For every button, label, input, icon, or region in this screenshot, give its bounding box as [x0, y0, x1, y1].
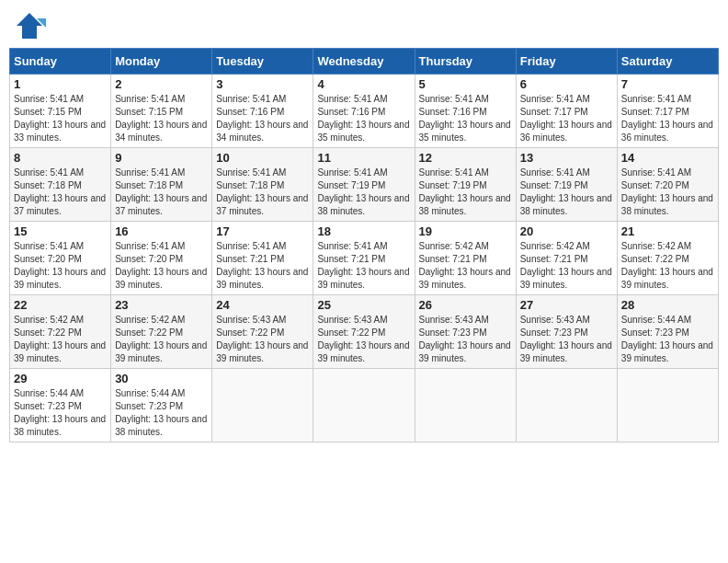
calendar-cell: 29Sunrise: 5:44 AMSunset: 7:23 PMDayligh…: [10, 369, 111, 442]
day-number: 28: [621, 298, 714, 312]
day-info: Sunrise: 5:41 AMSunset: 7:17 PMDaylight:…: [621, 93, 714, 144]
day-number: 2: [115, 77, 208, 91]
calendar-cell: 30Sunrise: 5:44 AMSunset: 7:23 PMDayligh…: [111, 369, 212, 442]
day-number: 29: [14, 372, 107, 385]
calendar-cell: 5Sunrise: 5:41 AMSunset: 7:16 PMDaylight…: [415, 75, 516, 148]
day-number: 21: [621, 224, 714, 238]
day-number: 30: [115, 372, 208, 385]
day-number: 1: [14, 77, 107, 91]
day-info: Sunrise: 5:41 AMSunset: 7:17 PMDaylight:…: [520, 93, 613, 144]
calendar-cell: 3Sunrise: 5:41 AMSunset: 7:16 PMDaylight…: [212, 75, 313, 148]
day-number: 25: [317, 298, 410, 312]
calendar-week-1: 1Sunrise: 5:41 AMSunset: 7:15 PMDaylight…: [10, 75, 719, 148]
calendar-cell: 15Sunrise: 5:41 AMSunset: 7:20 PMDayligh…: [10, 222, 111, 295]
day-info: Sunrise: 5:44 AMSunset: 7:23 PMDaylight:…: [115, 387, 208, 439]
day-number: 5: [419, 77, 512, 91]
day-number: 6: [520, 77, 613, 91]
calendar-cell: 25Sunrise: 5:43 AMSunset: 7:22 PMDayligh…: [313, 295, 415, 369]
day-info: Sunrise: 5:42 AMSunset: 7:22 PMDaylight:…: [14, 314, 107, 365]
calendar-cell: [313, 369, 415, 442]
calendar-cell: 19Sunrise: 5:42 AMSunset: 7:21 PMDayligh…: [415, 222, 516, 295]
calendar-cell: [415, 369, 516, 442]
calendar-cell: 6Sunrise: 5:41 AMSunset: 7:17 PMDaylight…: [516, 75, 617, 148]
calendar-cell: 12Sunrise: 5:41 AMSunset: 7:19 PMDayligh…: [415, 148, 516, 222]
calendar-body: 1Sunrise: 5:41 AMSunset: 7:15 PMDaylight…: [10, 75, 719, 442]
day-info: Sunrise: 5:41 AMSunset: 7:16 PMDaylight:…: [317, 93, 410, 144]
day-info: Sunrise: 5:43 AMSunset: 7:23 PMDaylight:…: [520, 314, 613, 365]
day-number: 4: [317, 77, 410, 91]
day-info: Sunrise: 5:41 AMSunset: 7:19 PMDaylight:…: [520, 167, 613, 218]
day-number: 17: [216, 224, 309, 238]
page-header: [9, 9, 719, 42]
calendar-week-4: 22Sunrise: 5:42 AMSunset: 7:22 PMDayligh…: [10, 295, 719, 369]
calendar-cell: 14Sunrise: 5:41 AMSunset: 7:20 PMDayligh…: [617, 148, 718, 222]
day-info: Sunrise: 5:41 AMSunset: 7:19 PMDaylight:…: [317, 167, 410, 218]
calendar-cell: 7Sunrise: 5:41 AMSunset: 7:17 PMDaylight…: [617, 75, 718, 148]
day-info: Sunrise: 5:41 AMSunset: 7:18 PMDaylight:…: [14, 167, 107, 218]
calendar-cell: 4Sunrise: 5:41 AMSunset: 7:16 PMDaylight…: [313, 75, 415, 148]
day-number: 16: [115, 224, 208, 238]
calendar-cell: 10Sunrise: 5:41 AMSunset: 7:18 PMDayligh…: [212, 148, 313, 222]
day-info: Sunrise: 5:41 AMSunset: 7:19 PMDaylight:…: [419, 167, 512, 218]
day-info: Sunrise: 5:41 AMSunset: 7:15 PMDaylight:…: [115, 93, 208, 144]
day-info: Sunrise: 5:43 AMSunset: 7:22 PMDaylight:…: [216, 314, 309, 365]
calendar-cell: 13Sunrise: 5:41 AMSunset: 7:19 PMDayligh…: [516, 148, 617, 222]
calendar-cell: 22Sunrise: 5:42 AMSunset: 7:22 PMDayligh…: [10, 295, 111, 369]
day-info: Sunrise: 5:44 AMSunset: 7:23 PMDaylight:…: [621, 314, 714, 365]
calendar-cell: 18Sunrise: 5:41 AMSunset: 7:21 PMDayligh…: [313, 222, 415, 295]
calendar-table: SundayMondayTuesdayWednesdayThursdayFrid…: [9, 48, 719, 442]
weekday-tuesday: Tuesday: [212, 49, 313, 75]
logo: [13, 9, 50, 42]
day-number: 14: [621, 151, 714, 165]
day-number: 22: [14, 298, 107, 312]
calendar-cell: 20Sunrise: 5:42 AMSunset: 7:21 PMDayligh…: [516, 222, 617, 295]
calendar-cell: 17Sunrise: 5:41 AMSunset: 7:21 PMDayligh…: [212, 222, 313, 295]
day-info: Sunrise: 5:41 AMSunset: 7:21 PMDaylight:…: [216, 240, 309, 292]
day-number: 26: [419, 298, 512, 312]
day-info: Sunrise: 5:43 AMSunset: 7:23 PMDaylight:…: [419, 314, 512, 365]
day-number: 27: [520, 298, 613, 312]
weekday-friday: Friday: [516, 49, 617, 75]
calendar-cell: [212, 369, 313, 442]
day-info: Sunrise: 5:41 AMSunset: 7:21 PMDaylight:…: [317, 240, 410, 292]
calendar-cell: 8Sunrise: 5:41 AMSunset: 7:18 PMDaylight…: [10, 148, 111, 222]
day-info: Sunrise: 5:42 AMSunset: 7:21 PMDaylight:…: [419, 240, 512, 292]
day-number: 20: [520, 224, 613, 238]
day-number: 9: [115, 151, 208, 165]
day-number: 7: [621, 77, 714, 91]
calendar-cell: 2Sunrise: 5:41 AMSunset: 7:15 PMDaylight…: [111, 75, 212, 148]
day-number: 24: [216, 298, 309, 312]
weekday-header-row: SundayMondayTuesdayWednesdayThursdayFrid…: [10, 49, 719, 75]
day-number: 15: [14, 224, 107, 238]
day-number: 19: [419, 224, 512, 238]
weekday-thursday: Thursday: [415, 49, 516, 75]
day-number: 13: [520, 151, 613, 165]
calendar-week-5: 29Sunrise: 5:44 AMSunset: 7:23 PMDayligh…: [10, 369, 719, 442]
calendar-cell: 23Sunrise: 5:42 AMSunset: 7:22 PMDayligh…: [111, 295, 212, 369]
svg-marker-0: [17, 13, 42, 39]
calendar-cell: 27Sunrise: 5:43 AMSunset: 7:23 PMDayligh…: [516, 295, 617, 369]
weekday-monday: Monday: [111, 49, 212, 75]
calendar-week-2: 8Sunrise: 5:41 AMSunset: 7:18 PMDaylight…: [10, 148, 719, 222]
day-info: Sunrise: 5:41 AMSunset: 7:18 PMDaylight:…: [115, 167, 208, 218]
calendar-cell: 24Sunrise: 5:43 AMSunset: 7:22 PMDayligh…: [212, 295, 313, 369]
day-info: Sunrise: 5:41 AMSunset: 7:20 PMDaylight:…: [115, 240, 208, 292]
calendar-cell: 1Sunrise: 5:41 AMSunset: 7:15 PMDaylight…: [10, 75, 111, 148]
day-number: 23: [115, 298, 208, 312]
day-info: Sunrise: 5:41 AMSunset: 7:15 PMDaylight:…: [14, 93, 107, 144]
day-number: 18: [317, 224, 410, 238]
day-number: 3: [216, 77, 309, 91]
day-number: 11: [317, 151, 410, 165]
day-number: 10: [216, 151, 309, 165]
calendar-cell: 16Sunrise: 5:41 AMSunset: 7:20 PMDayligh…: [111, 222, 212, 295]
calendar-cell: 11Sunrise: 5:41 AMSunset: 7:19 PMDayligh…: [313, 148, 415, 222]
calendar-cell: 28Sunrise: 5:44 AMSunset: 7:23 PMDayligh…: [617, 295, 718, 369]
weekday-sunday: Sunday: [10, 49, 111, 75]
day-info: Sunrise: 5:44 AMSunset: 7:23 PMDaylight:…: [14, 387, 107, 439]
day-info: Sunrise: 5:42 AMSunset: 7:22 PMDaylight:…: [621, 240, 714, 292]
calendar-week-3: 15Sunrise: 5:41 AMSunset: 7:20 PMDayligh…: [10, 222, 719, 295]
calendar-cell: [516, 369, 617, 442]
day-number: 12: [419, 151, 512, 165]
day-info: Sunrise: 5:41 AMSunset: 7:18 PMDaylight:…: [216, 167, 309, 218]
calendar-cell: 21Sunrise: 5:42 AMSunset: 7:22 PMDayligh…: [617, 222, 718, 295]
